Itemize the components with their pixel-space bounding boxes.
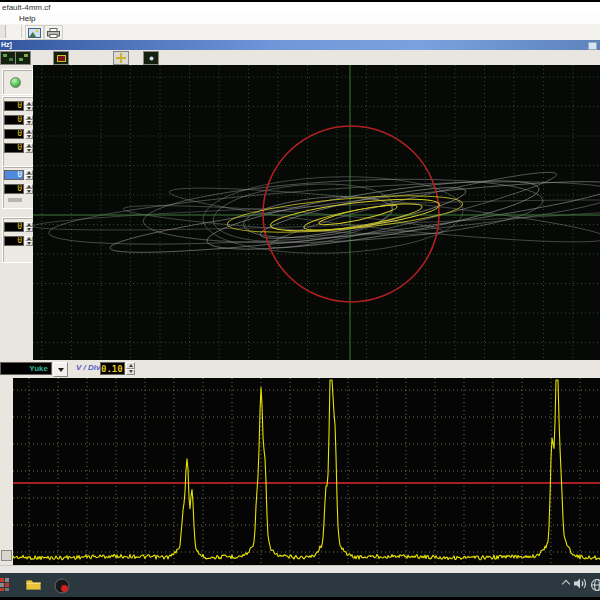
taskbar (0, 573, 600, 597)
lcd-spinner-row: 0 (4, 170, 33, 180)
lcd-spinner-row: 0 (4, 101, 33, 111)
spinner (25, 101, 33, 111)
spinner-down-icon[interactable] (25, 120, 33, 125)
lcd-display: 0 (4, 184, 24, 194)
status-led[interactable] (10, 77, 21, 88)
menu-item-help[interactable]: Help (16, 14, 38, 23)
lcd-group-3: 00 (2, 217, 35, 263)
spinner (25, 184, 33, 194)
scope-window-titlebar[interactable]: Hz] (0, 40, 600, 50)
window-title: efault-4mm.cf (2, 3, 50, 12)
scope-window-title: Hz] (1, 40, 12, 50)
lcd-group-2: 00 (2, 166, 35, 209)
screen: efault-4mm.cf Help Hz] (0, 0, 600, 600)
lcd-spinner-row: 0 (4, 129, 33, 139)
spinner (25, 115, 33, 125)
record-icon[interactable] (53, 51, 69, 65)
chevron-down-icon (58, 368, 64, 372)
network-globe-icon[interactable] (590, 578, 600, 592)
spinner (25, 236, 33, 246)
speaker-icon[interactable] (574, 578, 588, 589)
lcd-spinner-row: 0 (4, 115, 33, 125)
lcd-spinner-row: 0 (4, 236, 33, 246)
record-app-icon[interactable] (54, 578, 70, 594)
lcd-display: 0 (4, 222, 24, 232)
grid-pattern-icon-2[interactable] (15, 51, 31, 65)
spinner-down-icon[interactable] (25, 241, 33, 246)
control-sidebar: 0000 00 00 (0, 65, 34, 360)
channel-select-value[interactable]: Yuke (0, 362, 52, 375)
lcd-display: 0 (4, 101, 24, 111)
lcd-display: 0 (4, 236, 24, 246)
channel-dropdown-button[interactable] (53, 362, 68, 377)
spinner-down-icon[interactable] (25, 134, 33, 139)
camera-icon[interactable] (25, 25, 44, 40)
status-panel (2, 69, 33, 95)
grid-pattern-icon[interactable] (0, 51, 16, 65)
spinner-down-icon[interactable] (126, 369, 135, 376)
toolbar-edge-button[interactable] (0, 25, 6, 38)
lcd-display: 0 (4, 129, 24, 139)
toolbar-separator (21, 25, 22, 38)
crosshair-icon[interactable] (113, 51, 129, 65)
spinner (25, 222, 33, 232)
chevron-up-icon[interactable] (563, 581, 570, 588)
lcd-group-1: 0000 (2, 96, 35, 168)
spinner (25, 143, 33, 153)
sidebar-caption (8, 198, 22, 202)
spinner (25, 170, 33, 180)
app-grid-icon[interactable] (0, 578, 10, 591)
vdiv-label: V / Div (76, 363, 100, 372)
strip-chart-toolbar: Yuke V / Div 0.10 (0, 360, 600, 379)
scope-toolbar (0, 50, 600, 66)
main-toolbar (0, 24, 600, 41)
lcd-display: 0 (4, 115, 24, 125)
scope-window-control[interactable] (588, 42, 597, 50)
spinner-down-icon[interactable] (25, 227, 33, 232)
spinner-down-icon[interactable] (25, 189, 33, 194)
lcd-display: 0 (4, 170, 24, 180)
lcd-spinner-row: 0 (4, 143, 33, 153)
spinner-down-icon[interactable] (25, 106, 33, 111)
clear-dot-icon[interactable] (143, 51, 159, 65)
printer-icon[interactable] (44, 25, 63, 40)
vdiv-value: 0.10 (100, 362, 125, 375)
lcd-spinner-row: 0 (4, 184, 33, 194)
strip-chart-display[interactable] (13, 378, 600, 565)
spinner-down-icon[interactable] (25, 148, 33, 153)
strip-chart-margin (0, 378, 14, 565)
folder-icon[interactable] (26, 578, 41, 590)
spinner-down-icon[interactable] (25, 175, 33, 180)
impedance-plane-display[interactable] (33, 65, 600, 360)
strip-margin-button[interactable] (1, 550, 12, 561)
lcd-spinner-row: 0 (4, 222, 33, 232)
spinner (25, 129, 33, 139)
lcd-display: 0 (4, 143, 24, 153)
vdiv-spinner (126, 362, 135, 375)
